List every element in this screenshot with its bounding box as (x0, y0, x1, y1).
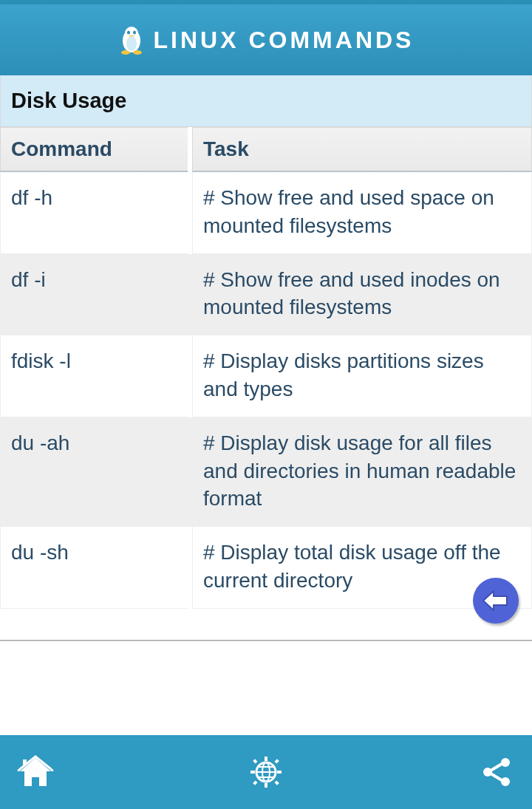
cell-command: du -ah (0, 417, 188, 527)
app-header: LINUX COMMANDS (0, 4, 532, 75)
table-row: df -i # Show free and used inodes on mou… (0, 254, 532, 336)
svg-point-5 (133, 50, 142, 55)
svg-rect-14 (250, 771, 255, 774)
table-header-row: Command Task (0, 127, 532, 172)
svg-point-6 (126, 36, 137, 51)
gear-globe-icon (250, 756, 282, 788)
svg-rect-13 (265, 783, 267, 788)
column-header-task: Task (192, 127, 532, 172)
commands-table: Command Task df -h # Show free and used … (0, 127, 532, 609)
content-area: Disk Usage Command Task df -h # Show fre… (0, 75, 532, 609)
cell-command: fdisk -l (0, 335, 188, 417)
tux-icon (118, 24, 145, 55)
cell-command: du -sh (0, 527, 188, 609)
cell-command: df -h (0, 172, 188, 254)
cell-task: # Display disk usage for all files and d… (192, 417, 532, 527)
settings-button[interactable] (247, 753, 285, 791)
column-header-command: Command (0, 127, 188, 172)
svg-point-20 (501, 758, 510, 767)
svg-line-23 (491, 764, 502, 771)
svg-rect-17 (274, 759, 279, 763)
svg-point-2 (127, 31, 130, 35)
cell-task: # Display disks partitions sizes and typ… (192, 335, 532, 417)
horizontal-divider (0, 640, 532, 641)
arrow-left-icon (482, 590, 510, 612)
svg-rect-16 (253, 759, 257, 763)
svg-rect-12 (265, 757, 267, 761)
svg-point-22 (501, 777, 510, 786)
table-row: df -h # Show free and used space on moun… (0, 172, 532, 254)
table-row: du -ah # Display disk usage for all file… (0, 417, 532, 527)
svg-point-3 (133, 31, 136, 35)
svg-line-24 (491, 774, 502, 780)
share-icon (480, 756, 513, 788)
header-title: LINUX COMMANDS (154, 27, 415, 54)
back-button[interactable] (473, 578, 519, 624)
cell-command: df -i (0, 254, 188, 336)
svg-rect-15 (277, 771, 282, 774)
home-button[interactable] (16, 753, 55, 791)
section-title: Disk Usage (0, 75, 532, 127)
bottom-nav (0, 735, 532, 809)
svg-rect-19 (274, 780, 279, 785)
table-row: du -sh # Display total disk usage off th… (0, 527, 532, 609)
table-row: fdisk -l # Display disks partitions size… (0, 335, 532, 417)
cell-task: # Show free and used space on mounted fi… (192, 172, 532, 254)
share-button[interactable] (477, 753, 516, 791)
cell-task: # Show free and used inodes on mounted f… (192, 254, 532, 336)
home-icon (17, 755, 54, 789)
svg-point-4 (121, 50, 130, 55)
svg-rect-18 (253, 780, 257, 785)
